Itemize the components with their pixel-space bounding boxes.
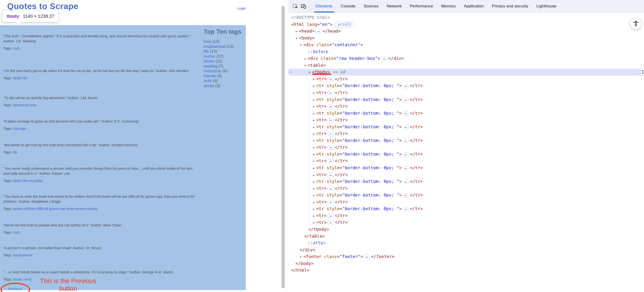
tree-row-selected[interactable]: ⋯▾<tbody> == $0 bbox=[288, 69, 644, 76]
expand-ellipsis-button[interactable]: … bbox=[364, 255, 370, 259]
tree-row[interactable]: ▸<tr style="border-bottom: 0px; ">…</tr> bbox=[288, 96, 644, 103]
disclosure-arrow-icon[interactable]: ▸ bbox=[313, 137, 316, 144]
tree-row[interactable]: ▸<footer class="footer">…</footer> bbox=[288, 253, 644, 260]
tree-row[interactable]: ▸<tr>…</tr> bbox=[288, 130, 644, 137]
quote-tag-link[interactable]: writers bbox=[75, 207, 86, 211]
tree-row[interactable]: ▸<tr style="border-bottom: 0px; ">…</tr> bbox=[288, 124, 644, 130]
expand-ellipsis-button[interactable]: … bbox=[328, 104, 334, 109]
quote-tag-link[interactable]: write bbox=[67, 207, 74, 211]
tree-row[interactable]: ▸<tr style="border-bottom: 0px; ">…</tr> bbox=[288, 205, 644, 212]
tree-row[interactable]: ▸<tr>…</tr> bbox=[288, 89, 644, 96]
expand-ellipsis-button[interactable]: … bbox=[403, 152, 409, 157]
quote-tag-link[interactable]: better-life-empathy bbox=[13, 179, 43, 183]
quote-tag-link[interactable]: writing bbox=[87, 207, 97, 211]
tree-row[interactable]: ▸<div class="row header-box">…</div> bbox=[288, 55, 644, 62]
tab-sources[interactable]: Sources bbox=[360, 0, 382, 13]
login-link[interactable]: Login bbox=[237, 6, 246, 10]
expand-ellipsis-button[interactable]: … bbox=[316, 29, 322, 34]
top-tag-link[interactable]: truth bbox=[204, 79, 212, 83]
tree-row[interactable]: ▸<tr style="border-bottom: 0px; ">…</tr> bbox=[288, 192, 644, 199]
tree-row[interactable]: ▸<tr>…</tr> bbox=[288, 212, 644, 219]
tree-row[interactable]: ▸<tr>…</tr> bbox=[288, 199, 644, 206]
tree-row[interactable]: ▸<tr style="border-bottom: 0px; ">…</tr> bbox=[288, 137, 644, 144]
tree-row[interactable]: ▸<tr>…</tr> bbox=[288, 144, 644, 151]
tab-performance[interactable]: Performance bbox=[406, 0, 437, 13]
quote-tag-link[interactable]: death bbox=[13, 76, 22, 80]
tree-row[interactable]: </div> bbox=[288, 246, 644, 253]
tree-row[interactable]: ▸<tr style="border-bottom: 0px; ">…</tr> bbox=[288, 151, 644, 158]
expand-ellipsis-button[interactable]: … bbox=[328, 173, 334, 177]
disclosure-arrow-icon[interactable]: ▸ bbox=[304, 55, 308, 62]
disclosure-arrow-icon[interactable]: ▸ bbox=[313, 192, 316, 199]
tab-privacy-and-security[interactable]: Privacy and security bbox=[488, 0, 532, 13]
tab-application[interactable]: Application bbox=[460, 0, 488, 13]
quote-tag-link[interactable]: life bbox=[13, 150, 18, 154]
quote-tag-link[interactable]: inspirational bbox=[13, 253, 32, 257]
disclosure-arrow-icon[interactable]: ▾ bbox=[308, 69, 312, 76]
disclosure-arrow-icon[interactable]: ▸ bbox=[313, 110, 316, 117]
tree-row[interactable]: ▾<body> bbox=[288, 35, 644, 42]
tree-row[interactable]: ▸<tr style="border-bottom: 0px; ">…</tr> bbox=[288, 82, 644, 89]
top-tag-link[interactable]: friends bbox=[204, 74, 216, 78]
expand-ellipsis-button[interactable]: … bbox=[328, 214, 334, 218]
tree-row[interactable]: ▸<tr style="border-bottom: 0px; ">…</tr> bbox=[288, 178, 644, 185]
tree-row[interactable]: ▸<tr>…</tr> bbox=[288, 103, 644, 110]
tree-row[interactable]: ::before bbox=[288, 48, 644, 55]
tree-row[interactable]: ▸<tr style="border-bottom: 0px; ">…</tr> bbox=[288, 110, 644, 117]
disclosure-arrow-icon[interactable]: ▸ bbox=[313, 185, 316, 192]
disclosure-arrow-icon[interactable]: ▸ bbox=[313, 151, 316, 158]
disclosure-arrow-icon[interactable]: ▸ bbox=[313, 76, 316, 83]
disclosure-arrow-icon[interactable]: ▸ bbox=[313, 158, 316, 165]
top-tag-link[interactable]: friendship bbox=[204, 69, 221, 73]
disclosure-arrow-icon[interactable]: ▸ bbox=[313, 165, 316, 172]
tab-console[interactable]: Console bbox=[336, 0, 360, 13]
disclosure-arrow-icon[interactable]: ▸ bbox=[313, 219, 316, 226]
top-tag-link[interactable]: humor bbox=[204, 54, 215, 59]
quote-tag-link[interactable]: books bbox=[13, 277, 22, 281]
expand-ellipsis-button[interactable]: … bbox=[328, 145, 334, 150]
tab-elements[interactable]: Elements bbox=[312, 0, 336, 13]
device-toolbar-icon[interactable] bbox=[299, 2, 308, 10]
expand-ellipsis-button[interactable]: … bbox=[403, 98, 409, 102]
expand-ellipsis-button[interactable]: … bbox=[403, 111, 409, 116]
expand-ellipsis-button[interactable]: … bbox=[328, 159, 334, 163]
top-tag-link[interactable]: reading bbox=[204, 64, 217, 69]
tab-memory[interactable]: Memory bbox=[437, 0, 460, 13]
tree-row[interactable]: </body> bbox=[288, 260, 644, 267]
expand-ellipsis-button[interactable]: … bbox=[328, 220, 334, 225]
quote-tag-link[interactable]: grown-ups bbox=[49, 207, 66, 211]
tree-row[interactable]: ▸<tr>…</tr> bbox=[288, 185, 644, 192]
quote-tag-link[interactable]: difficult bbox=[37, 207, 48, 211]
expand-ellipsis-button[interactable]: … bbox=[328, 77, 334, 82]
tree-row[interactable]: ▾<table> bbox=[288, 62, 644, 69]
expand-ellipsis-button[interactable]: … bbox=[403, 179, 409, 184]
disclosure-arrow-icon[interactable]: ▸ bbox=[313, 172, 316, 179]
disclosure-arrow-icon[interactable]: ▸ bbox=[313, 117, 316, 124]
disclosure-arrow-icon[interactable]: ▸ bbox=[300, 253, 303, 260]
expand-ellipsis-button[interactable]: … bbox=[328, 118, 334, 123]
disclosure-arrow-icon[interactable]: ▸ bbox=[296, 28, 299, 35]
top-tag-link[interactable]: life bbox=[204, 49, 209, 54]
disclosure-arrow-icon[interactable]: ▸ bbox=[313, 130, 316, 137]
tree-row[interactable]: ▸<tr style="border-bottom: 0px; ">…</tr> bbox=[288, 164, 644, 171]
tree-row[interactable]: <html lang="en">scroll bbox=[288, 21, 644, 28]
tab-lighthouse[interactable]: Lighthouse bbox=[532, 0, 560, 13]
expand-ellipsis-button[interactable]: … bbox=[403, 84, 409, 88]
expand-ellipsis-button[interactable]: … bbox=[403, 193, 409, 198]
disclosure-arrow-icon[interactable]: ▾ bbox=[300, 42, 303, 49]
tree-row[interactable]: </tbody> bbox=[288, 226, 644, 233]
quote-tag-link[interactable]: truth bbox=[13, 230, 20, 234]
expand-ellipsis-button[interactable]: … bbox=[403, 166, 409, 170]
tree-row[interactable]: </table> bbox=[288, 233, 644, 240]
disclosure-arrow-icon[interactable]: ▾ bbox=[296, 35, 299, 42]
disclosure-arrow-icon[interactable]: ▸ bbox=[313, 96, 316, 103]
expand-ellipsis-button[interactable]: … bbox=[328, 186, 334, 191]
disclosure-arrow-icon[interactable]: ▸ bbox=[313, 144, 316, 151]
scroll-badge[interactable]: scroll bbox=[335, 22, 354, 27]
disclosure-arrow-icon[interactable]: ▸ bbox=[313, 178, 316, 185]
disclosure-arrow-icon[interactable]: ▸ bbox=[313, 206, 316, 212]
quote-tag-link[interactable]: love bbox=[30, 103, 36, 107]
top-tag-link[interactable]: inspirational bbox=[204, 44, 226, 49]
page-scrollbar[interactable] bbox=[282, 6, 285, 288]
expand-ellipsis-button[interactable]: … bbox=[328, 200, 334, 205]
